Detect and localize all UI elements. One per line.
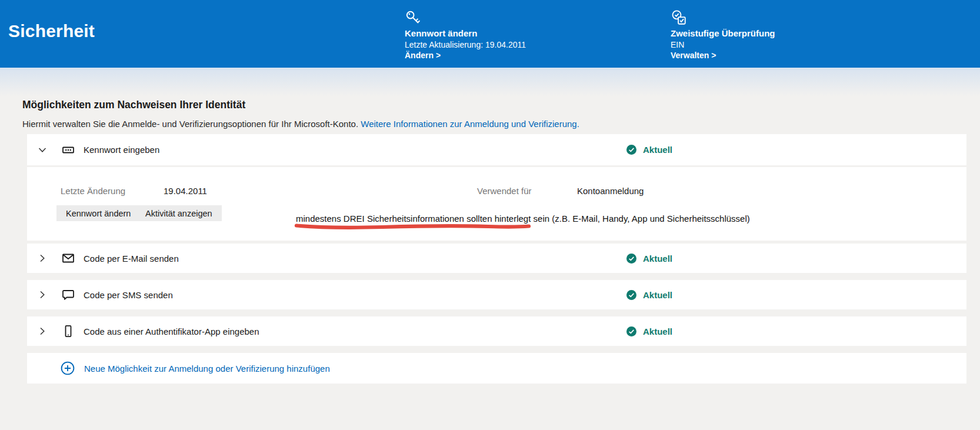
status-badge: Aktuell bbox=[626, 145, 672, 155]
method-row-password[interactable]: Kennwort eingeben Aktuell bbox=[27, 134, 966, 165]
identity-methods-list: Kennwort eingeben Aktuell Letzte Änderun… bbox=[27, 134, 966, 384]
main-content: Möglichkeiten zum Nachweisen Ihrer Ident… bbox=[0, 96, 980, 384]
authenticator-app-icon bbox=[61, 324, 75, 338]
email-icon bbox=[61, 251, 75, 265]
page-title: Sicherheit bbox=[8, 21, 95, 41]
method-label: Code per E-Mail senden bbox=[84, 254, 179, 264]
plus-circle-icon[interactable] bbox=[60, 361, 75, 376]
method-row-sms[interactable]: Code per SMS senden Aktuell bbox=[27, 280, 966, 309]
check-circle-icon bbox=[626, 254, 636, 264]
status-label: Aktuell bbox=[643, 254, 672, 264]
method-row-authenticator[interactable]: Code aus einer Authentifikator-App einge… bbox=[27, 316, 966, 346]
used-for-label: Verwendet für bbox=[477, 186, 532, 196]
chevron-right-icon[interactable] bbox=[38, 254, 47, 263]
check-circle-icon bbox=[626, 145, 636, 155]
password-icon bbox=[61, 143, 75, 157]
method-label: Code per SMS senden bbox=[84, 290, 173, 300]
status-label: Aktuell bbox=[643, 326, 672, 336]
status-badge: Aktuell bbox=[626, 326, 672, 336]
last-change-value: 19.04.2011 bbox=[164, 186, 207, 196]
change-password-button[interactable]: Kennwort ändern bbox=[56, 205, 140, 221]
method-row-email[interactable]: Code per E-Mail senden Aktuell bbox=[27, 244, 966, 273]
check-circle-icon bbox=[626, 290, 636, 300]
chevron-down-icon[interactable] bbox=[38, 145, 47, 155]
add-method-link[interactable]: Neue Möglichkeit zur Anmeldung oder Veri… bbox=[84, 364, 330, 374]
two-step-title: Zweistufige Überprüfung bbox=[671, 28, 775, 39]
status-badge: Aktuell bbox=[626, 254, 672, 264]
password-summary-block: Kennwort ändern Letzte Aktualisierung: 1… bbox=[405, 9, 526, 61]
method-label: Code aus einer Authentifikator-App einge… bbox=[84, 326, 259, 336]
security-header-banner: Sicherheit Kennwort ändern Letzte Aktual… bbox=[0, 0, 980, 68]
status-label: Aktuell bbox=[643, 145, 672, 155]
two-step-summary-block: Zweistufige Überprüfung EIN Verwalten > bbox=[671, 9, 775, 61]
key-icon bbox=[405, 9, 526, 26]
manage-two-step-link[interactable]: Verwalten > bbox=[671, 50, 775, 61]
last-change-label: Letzte Änderung bbox=[61, 186, 125, 196]
handwritten-annotation: mindestens DREI Sicherheitsinformationen… bbox=[296, 214, 750, 224]
method-label: Kennwort eingeben bbox=[84, 145, 159, 155]
add-method-row[interactable]: Neue Möglichkeit zur Anmeldung oder Veri… bbox=[27, 353, 966, 384]
chevron-right-icon[interactable] bbox=[38, 326, 47, 336]
two-step-verification-icon bbox=[671, 9, 775, 26]
more-info-link[interactable]: Weitere Informationen zur Anmeldung und … bbox=[361, 119, 579, 129]
check-circle-icon bbox=[626, 326, 636, 336]
used-for-value: Kontoanmeldung bbox=[577, 186, 644, 196]
password-details-panel: Letzte Änderung 19.04.2011 Verwendet für… bbox=[27, 167, 966, 241]
password-last-updated: Letzte Aktualisierung: 19.04.2011 bbox=[405, 39, 526, 50]
chevron-right-icon[interactable] bbox=[38, 290, 47, 299]
banner-gradient bbox=[0, 68, 980, 96]
status-badge: Aktuell bbox=[626, 290, 672, 300]
show-activity-button[interactable]: Aktivität anzeigen bbox=[136, 205, 222, 221]
sms-icon bbox=[61, 288, 75, 302]
change-password-title: Kennwort ändern bbox=[405, 28, 526, 39]
intro-paragraph: Hiermit verwalten Sie die Anmelde- und V… bbox=[22, 119, 980, 129]
two-step-status: EIN bbox=[671, 39, 775, 50]
section-heading: Möglichkeiten zum Nachweisen Ihrer Ident… bbox=[22, 99, 980, 111]
status-label: Aktuell bbox=[643, 290, 672, 300]
change-password-link[interactable]: Ändern > bbox=[405, 50, 526, 61]
intro-text: Hiermit verwalten Sie die Anmelde- und V… bbox=[22, 119, 358, 129]
